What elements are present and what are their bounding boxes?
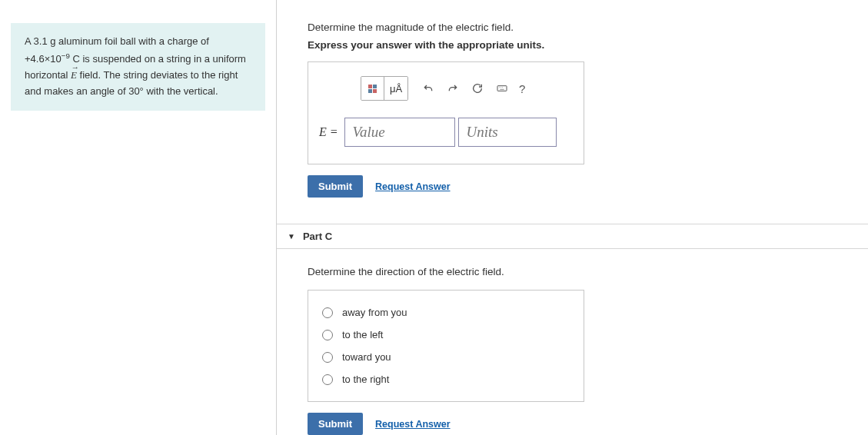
reset-button[interactable] — [467, 78, 487, 98]
problem-sidebar: A 3.1 g aluminum foil ball with a charge… — [0, 0, 277, 435]
radio-left[interactable] — [322, 330, 333, 340]
tool-group: μÅ — [361, 76, 408, 101]
variable-label: E = — [319, 125, 344, 139]
redo-icon — [447, 82, 459, 95]
units-input[interactable] — [458, 118, 557, 147]
partc-title: Part C — [303, 231, 332, 242]
request-answer-link[interactable]: Request Answer — [375, 181, 450, 192]
partb-actions: Submit Request Answer — [308, 175, 868, 198]
answer-toolbar: μÅ ? — [319, 76, 573, 101]
option-label: to the right — [342, 374, 389, 385]
radio-toward[interactable] — [322, 352, 333, 363]
option-label: away from you — [342, 307, 407, 318]
partc-options-box: away from you to the left toward you to … — [308, 290, 584, 402]
option-label: toward you — [342, 351, 391, 363]
svg-rect-0 — [497, 86, 507, 91]
templates-icon — [368, 85, 377, 93]
partb-instruction-1: Determine the magnitude of the electric … — [308, 22, 868, 33]
radio-away[interactable] — [322, 307, 333, 318]
vector-e: E — [71, 68, 77, 84]
value-input[interactable] — [344, 118, 455, 147]
option-away[interactable]: away from you — [322, 301, 570, 324]
submit-button[interactable]: Submit — [308, 175, 363, 198]
submit-button[interactable]: Submit — [308, 413, 363, 435]
partb-instruction-2: Express your answer with the appropriate… — [308, 39, 868, 51]
undo-button[interactable] — [418, 78, 438, 98]
problem-statement: A 3.1 g aluminum foil ball with a charge… — [11, 23, 265, 111]
request-answer-link[interactable]: Request Answer — [375, 419, 450, 430]
option-toward[interactable]: toward you — [322, 346, 570, 368]
redo-button[interactable] — [443, 78, 463, 98]
option-right[interactable]: to the right — [322, 368, 570, 390]
partc-actions: Submit Request Answer — [308, 413, 868, 435]
templates-button[interactable] — [361, 77, 384, 100]
caret-down-icon: ▼ — [288, 232, 295, 241]
partc-instruction: Determine the direction of the electric … — [308, 266, 868, 277]
help-button[interactable]: ? — [519, 82, 525, 95]
input-row: E = — [319, 118, 573, 147]
option-label: to the left — [342, 329, 383, 340]
keyboard-button[interactable] — [492, 78, 512, 98]
problem-exponent: −9 — [62, 51, 70, 60]
keyboard-icon — [496, 82, 508, 95]
answer-area: Determine the magnitude of the electric … — [277, 0, 868, 435]
undo-icon — [422, 82, 434, 95]
reset-icon — [471, 82, 484, 95]
partb-answer-box: μÅ ? E = — [308, 61, 584, 164]
units-button[interactable]: μÅ — [384, 77, 407, 100]
partc-header[interactable]: ▼ Part C — [277, 224, 868, 249]
radio-right[interactable] — [322, 374, 333, 385]
option-left[interactable]: to the left — [322, 324, 570, 346]
